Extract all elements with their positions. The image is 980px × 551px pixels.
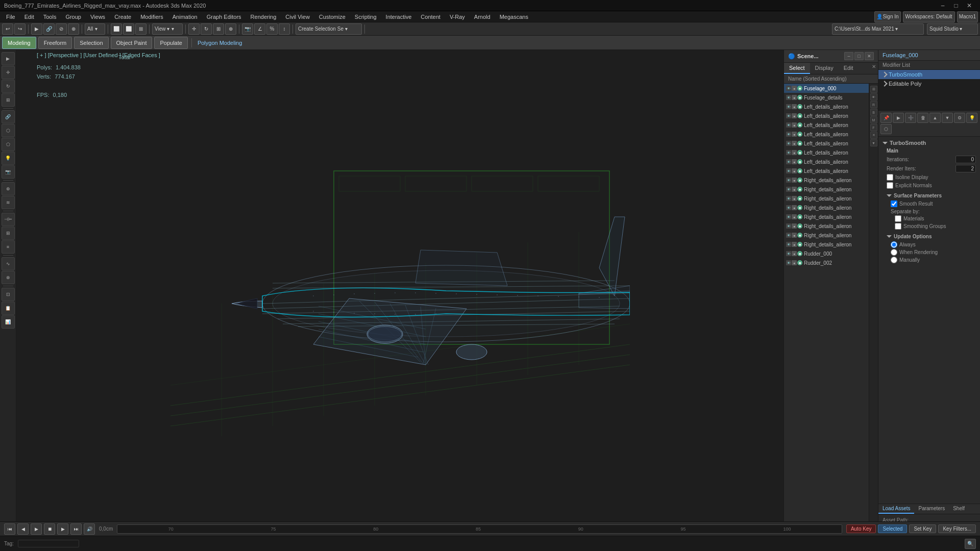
scene-list-item[interactable]: 👁 ● ■ Right_details_aileron	[784, 231, 869, 240]
status-input[interactable]	[18, 540, 79, 547]
rp-cursor-btn[interactable]: ▶	[893, 113, 904, 123]
scene-list-item[interactable]: 👁 ● ■ Left_details_aileron	[784, 111, 869, 120]
percent-snap-btn[interactable]: %	[266, 23, 278, 35]
close-btn[interactable]: ✕	[963, 0, 976, 11]
viewport[interactable]: [ + ] [Perspective ] [User Defined ] [Ed…	[16, 50, 783, 547]
spinner-snap-btn[interactable]: ↕	[279, 23, 290, 35]
menu-megascans[interactable]: Megascans	[496, 13, 532, 21]
lt-cameras-btn[interactable]: 📷	[2, 165, 15, 179]
rp-mesh-btn[interactable]: ⬡	[880, 124, 892, 134]
tl-stop-btn[interactable]: ⏹	[44, 523, 55, 535]
isoline-checkbox[interactable]	[887, 174, 893, 181]
menu-vray[interactable]: V-Ray	[446, 13, 469, 21]
scale-btn[interactable]: ⊞	[213, 23, 224, 35]
materials-checkbox[interactable]	[895, 215, 901, 222]
lt-xref-btn[interactable]: ⊗	[2, 271, 15, 284]
window-cross-btn[interactable]: ⊞	[135, 23, 146, 35]
scene-list-item[interactable]: 👁 ● ■ Right_details_aileron	[784, 176, 869, 185]
iterations-input[interactable]	[955, 156, 976, 163]
scene-list-item[interactable]: 👁 ● ■ Left_details_aileron	[784, 102, 869, 111]
macro-btn[interactable]: Macro1	[957, 11, 978, 22]
scene-list-item[interactable]: 👁 ● ■ Fuselage_000	[784, 84, 869, 93]
menu-customize[interactable]: Customize	[315, 13, 350, 21]
lt-curve-btn[interactable]: ∿	[2, 257, 15, 270]
menu-create[interactable]: Create	[110, 13, 135, 21]
manually-radio[interactable]	[891, 257, 897, 263]
rp-pin-btn[interactable]: 📌	[880, 113, 892, 123]
populate-tab[interactable]: Populate	[154, 37, 187, 49]
lt-geometry-btn[interactable]: ⬡	[2, 124, 15, 137]
se-rt-btn-m[interactable]: M	[870, 116, 877, 123]
menu-scripting[interactable]: Scripting	[351, 13, 381, 21]
lt-helpers-btn[interactable]: ⊕	[2, 182, 15, 195]
lt-scene-states-btn[interactable]: 📋	[2, 302, 15, 315]
rp-config-btn[interactable]: ⚙	[954, 113, 965, 123]
load-assets-tab[interactable]: Load Assets	[878, 504, 914, 514]
rp-up-btn[interactable]: ▲	[929, 113, 941, 123]
scene-close-btn[interactable]: ✕	[865, 52, 874, 60]
tl-play-btn[interactable]: ▶	[31, 523, 42, 535]
lt-lights-btn[interactable]: 💡	[2, 152, 15, 165]
se-rt-btn-filter[interactable]: ⊞	[870, 86, 877, 93]
when-rendering-radio[interactable]	[891, 249, 897, 256]
scene-maximize-btn[interactable]: □	[854, 52, 864, 60]
se-rt-btn-b[interactable]: B	[870, 109, 877, 116]
view-dropdown[interactable]: View ▾ ▾	[152, 23, 183, 35]
menu-tools[interactable]: Tools	[39, 13, 61, 21]
se-rt-btn-eye[interactable]: 👁	[870, 93, 877, 101]
scene-list-item[interactable]: 👁 ● ■ Left_details_aileron	[784, 148, 869, 157]
workspace-dropdown[interactable]: Workspaces: Default	[903, 11, 955, 22]
menu-arnold[interactable]: Arnold	[470, 13, 495, 21]
lt-zoom-extents-btn[interactable]: ⊡	[2, 288, 15, 301]
object-paint-tab[interactable]: Object Paint	[111, 37, 153, 49]
create-selection-dropdown[interactable]: Create Selection Se ▾	[296, 23, 362, 35]
minimize-btn[interactable]: –	[936, 0, 949, 11]
se-rt-btn-f[interactable]: F	[870, 124, 877, 131]
rp-add-btn[interactable]: ➕	[905, 113, 916, 123]
scene-list-item[interactable]: 👁 ● ■ Right_details_aileron	[784, 212, 869, 221]
sign-in-btn[interactable]: 👤 Sign In	[874, 11, 900, 22]
scene-list-item[interactable]: 👁 ● ■ Fuselage_details	[784, 93, 869, 102]
se-rt-btn-down[interactable]: ▼	[870, 139, 877, 146]
se-rt-btn-x[interactable]: ✕	[870, 132, 877, 139]
angle-snap-btn[interactable]: ∠	[254, 23, 265, 35]
scene-list-item[interactable]: 👁 ● ■ Right_details_aileron	[784, 221, 869, 231]
scene-tab-display[interactable]: Display	[810, 63, 839, 74]
modeling-tab[interactable]: Modeling	[2, 37, 36, 49]
snap-toggle-btn[interactable]: 📷	[242, 23, 253, 35]
scene-list-item[interactable]: 👁 ● ■ Left_details_aileron	[784, 130, 869, 139]
unlink-btn[interactable]: ⊘	[56, 23, 67, 35]
scene-list-item[interactable]: 👁 ● ■ Left_details_aileron	[784, 157, 869, 166]
menu-rendering[interactable]: Rendering	[247, 13, 281, 21]
menu-content[interactable]: Content	[416, 13, 445, 21]
scene-tab-select[interactable]: Select	[784, 63, 810, 74]
menu-views[interactable]: Views	[86, 13, 109, 21]
scene-list-item[interactable]: 👁 ● ■ Left_details_aileron	[784, 166, 869, 176]
lt-link-btn[interactable]: 🔗	[2, 110, 15, 123]
bind-btn[interactable]: ⊕	[68, 23, 79, 35]
auto-key-btn[interactable]: Auto Key	[846, 524, 876, 533]
smoothing-groups-checkbox[interactable]	[895, 223, 901, 230]
squid-dropdown[interactable]: Squid Studio ▾	[927, 23, 978, 35]
scene-list-item[interactable]: 👁 ● ■ Rudder_002	[784, 258, 869, 267]
explicit-normals-checkbox[interactable]	[887, 182, 893, 189]
menu-group[interactable]: Group	[61, 13, 85, 21]
menu-civil-view[interactable]: Civil View	[281, 13, 313, 21]
path-dropdown[interactable]: C:\Users\St...ds Max 2021 ▾	[832, 23, 924, 35]
lt-rotate-btn[interactable]: ↻	[2, 80, 15, 93]
menu-graph-editors[interactable]: Graph Editors	[203, 13, 246, 21]
shelf-tab[interactable]: Shelf	[949, 504, 969, 514]
lt-mirror-btn[interactable]: ⊣⊢	[2, 213, 15, 226]
maximize-btn[interactable]: □	[949, 0, 963, 11]
scene-minimize-btn[interactable]: –	[844, 52, 853, 60]
always-radio[interactable]	[891, 241, 897, 248]
lt-move-btn[interactable]: ✛	[2, 66, 15, 79]
modifier-turbosmooth[interactable]: TurboSmooth	[878, 70, 980, 79]
scene-list-item[interactable]: 👁 ● ■ Left_details_aileron	[784, 139, 869, 148]
lt-spacewarps-btn[interactable]: ≋	[2, 196, 15, 209]
select-region-btn[interactable]: ⬜	[123, 23, 134, 35]
menu-file[interactable]: File	[2, 13, 19, 21]
tl-skip-start-btn[interactable]: ⏮	[4, 523, 15, 535]
lt-align-btn[interactable]: ⊞	[2, 227, 15, 240]
search-icon[interactable]: 🔍	[965, 539, 976, 549]
